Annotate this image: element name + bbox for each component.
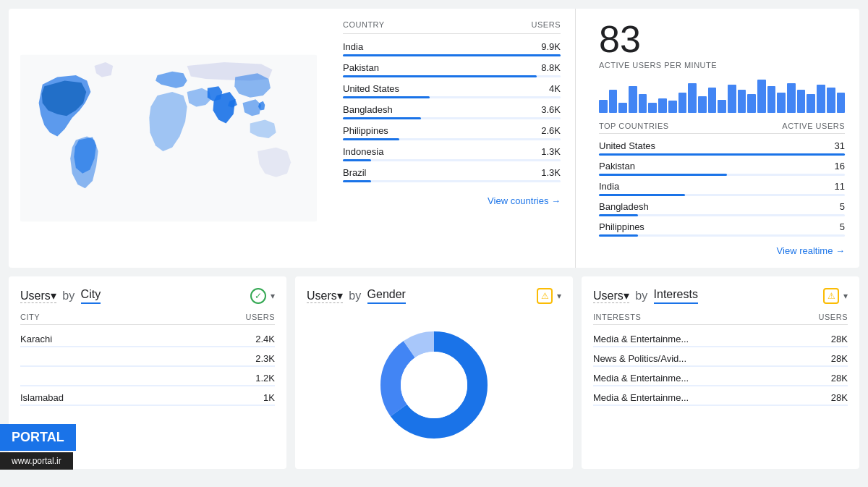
portal-badge: PORTAL (0, 424, 76, 451)
donut-chart (376, 327, 492, 443)
top-country-row: Philippines 5 (599, 218, 845, 238)
top-country-bar-wrap (599, 153, 845, 156)
bar-item (648, 103, 657, 113)
top-country-row-top: Pakistan 16 (599, 161, 845, 171)
country-users: 8.8K (541, 62, 561, 73)
city-row: Islamabad 1K (20, 386, 275, 406)
country-row: Philippines 2.6K (343, 121, 561, 142)
city-rows: Karachi 2.4K 2.3K 1.2K Islamabad 1K (20, 328, 275, 406)
users-label-gender[interactable]: Users▾ (307, 289, 343, 303)
bar-item (837, 93, 846, 113)
top-country-row-top: India 11 (599, 181, 845, 192)
country-name: Pakistan (343, 62, 379, 73)
city-users-header: USERS (246, 313, 275, 321)
top-country-row: India 11 (599, 177, 845, 198)
gender-dropdown-arrow[interactable]: ▾ (557, 291, 561, 301)
country-row-top: United States 4K (343, 83, 561, 94)
interests-row-name: News & Politics/Avid... (593, 353, 686, 364)
interests-row-name: Media & Entertainme... (593, 392, 689, 403)
view-countries-link[interactable]: View countries → (343, 195, 561, 206)
bar-item (609, 90, 618, 113)
country-row-top: Philippines 2.6K (343, 125, 561, 136)
city-dimension[interactable]: City (81, 288, 101, 304)
country-name: Philippines (343, 125, 388, 136)
map-container (9, 9, 328, 268)
users-label-city[interactable]: Users▾ (20, 289, 56, 303)
interests-table-header: INTERESTS USERS (593, 313, 848, 325)
country-row: Indonesia 1.3K (343, 142, 561, 163)
bar-item (718, 100, 726, 113)
interests-row-value: 28K (831, 353, 848, 364)
top-country-bar-wrap (599, 194, 845, 196)
top-country-users: 11 (835, 181, 845, 192)
interests-dimension[interactable]: Interests (654, 288, 698, 304)
top-country-row: Pakistan 16 (599, 157, 845, 177)
country-bar (343, 75, 537, 77)
bar-item (797, 90, 806, 113)
top-countries-header: TOP COUNTRIES ACTIVE USERS (599, 122, 845, 134)
map-country-panel: COUNTRY USERS India 9.9K Pakistan 8.8K U… (9, 9, 576, 268)
country-row-top: Brazil 1.3K (343, 167, 561, 178)
country-users: 1.3K (541, 146, 561, 157)
interests-row-name: Media & Entertainme... (593, 373, 689, 384)
ok-icon: ✓ (250, 288, 266, 304)
country-name: United States (343, 83, 399, 94)
country-bar-container (343, 138, 561, 140)
top-country-name: Bangladesh (599, 201, 649, 212)
country-row: Brazil 1.3K (343, 163, 561, 184)
bar-item (668, 101, 677, 113)
bar-item (618, 103, 627, 113)
country-bar-container (343, 117, 561, 119)
country-name: Brazil (343, 167, 367, 178)
view-realtime-link[interactable]: View realtime → (599, 245, 845, 256)
users-label-interests[interactable]: Users▾ (593, 289, 629, 303)
top-country-row-top: Philippines 5 (599, 221, 845, 232)
city-row: Karachi 2.4K (20, 328, 275, 347)
interests-dropdown-arrow[interactable]: ▾ (843, 291, 848, 301)
bar-item (767, 86, 776, 113)
country-users: 1.3K (541, 167, 561, 178)
bar-item (728, 85, 736, 113)
svg-point-5 (401, 352, 467, 418)
interests-card-title: Users▾ by Interests ⚠ ▾ (593, 288, 848, 304)
bar-item (698, 96, 707, 113)
interests-users-header: USERS (819, 313, 848, 321)
bar-item (827, 88, 835, 113)
country-users: 2.6K (541, 125, 561, 136)
interests-col-header: INTERESTS (593, 313, 641, 321)
interests-row: Media & Entertainme... 28K (593, 386, 848, 406)
country-row-top: Indonesia 1.3K (343, 146, 561, 157)
city-row-value: 2.3K (255, 353, 275, 364)
top-country-bar-wrap (599, 214, 845, 216)
gender-card: Users▾ by Gender ⚠ ▾ (295, 276, 573, 469)
warn-icon-gender: ⚠ (537, 288, 553, 304)
gender-dimension[interactable]: Gender (367, 288, 406, 304)
top-country-row: Bangladesh 5 (599, 198, 845, 218)
main-container: COUNTRY USERS India 9.9K Pakistan 8.8K U… (0, 0, 868, 478)
interests-rows: Media & Entertainme... 28K News & Politi… (593, 328, 848, 406)
interests-card-controls: ⚠ ▾ (823, 288, 848, 304)
interests-card: Users▾ by Interests ⚠ ▾ INTERESTS USERS … (582, 276, 859, 469)
top-country-row: United States 31 (599, 137, 845, 157)
bar-item (629, 86, 637, 113)
country-bar (343, 117, 421, 119)
country-bar-container (343, 159, 561, 161)
bar-item (658, 98, 667, 113)
top-country-name: United States (599, 140, 655, 151)
bar-item (817, 85, 825, 113)
top-country-row-top: Bangladesh 5 (599, 201, 845, 212)
top-country-users: 5 (840, 221, 845, 232)
table-header: COUNTRY USERS (343, 20, 561, 34)
country-bar-container (343, 96, 561, 98)
country-bar (343, 180, 371, 182)
country-bar-container (343, 180, 561, 182)
city-row-name: Karachi (20, 334, 52, 344)
bar-item (757, 80, 766, 113)
bar-item (777, 93, 786, 113)
country-bar (343, 138, 399, 140)
city-row: 1.2K (20, 367, 275, 386)
country-bar-container (343, 75, 561, 77)
big-number: 83 (599, 20, 845, 58)
interests-row-name: Media & Entertainme... (593, 334, 689, 344)
city-dropdown-arrow[interactable]: ▾ (271, 291, 275, 301)
